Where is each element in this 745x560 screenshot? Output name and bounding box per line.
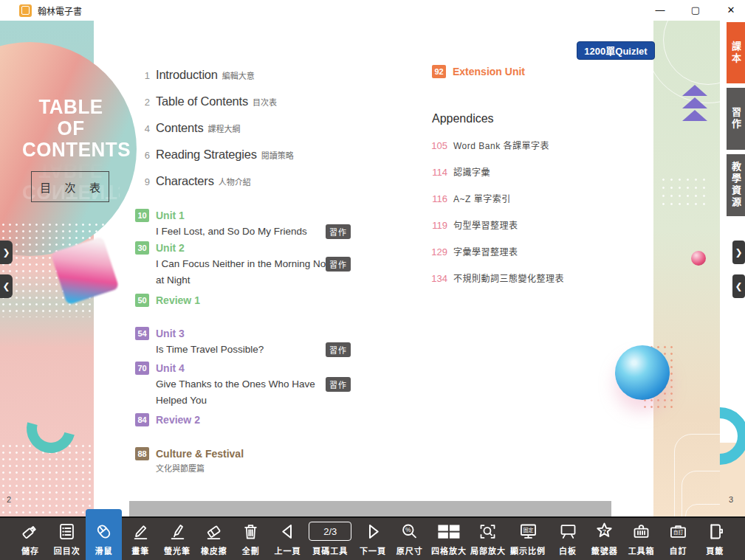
whiteboard-icon <box>549 518 586 545</box>
custom-button[interactable]: 自訂 自訂 <box>660 518 697 560</box>
back-to-toc-button[interactable]: 回目次 <box>49 518 86 560</box>
toc-review-1[interactable]: 50 Review 1 <box>135 294 351 307</box>
whiteboard-button[interactable]: 白板 <box>549 518 586 560</box>
toc-row-contents[interactable]: 4 Contents 課程大綱 <box>135 121 379 137</box>
svg-text:自訂: 自訂 <box>673 528 684 535</box>
monitor-icon: 固定 <box>507 518 549 545</box>
left-panel-collapse-arrow[interactable]: ❮ <box>0 274 13 298</box>
svg-text:%: % <box>405 526 411 533</box>
page-tab-button[interactable]: 頁籤 <box>696 518 733 560</box>
hero-subtitle-box: 目 次 表 <box>31 171 109 202</box>
toolbox-icon <box>623 518 660 545</box>
right-panel-collapse-arrow[interactable]: ❮ <box>732 274 745 298</box>
eraser-icon <box>196 518 233 545</box>
number-picker-button[interactable]: 7 籤號器 <box>586 518 623 560</box>
toc-row-introduction[interactable]: 1 Introduction 編輯大意 <box>135 68 379 84</box>
triangle-decoration <box>682 85 707 96</box>
previous-page-button[interactable]: 上一頁 <box>269 518 306 560</box>
quad-zoom-button[interactable]: 四格放大 <box>428 518 470 560</box>
app-title: 翰林電子書 <box>38 4 82 17</box>
toc-row-characters[interactable]: 9 Characters 人物介紹 <box>135 174 379 190</box>
area-magnifier-icon <box>470 518 507 545</box>
app-logo-icon <box>19 4 32 17</box>
pencil-icon <box>122 518 159 545</box>
appendices-heading: Appendices <box>432 112 494 125</box>
highlighter-icon <box>159 518 196 545</box>
toc-extension-unit[interactable]: 92 Extension Unit <box>432 65 617 78</box>
mouse-icon <box>86 518 123 545</box>
workbook-badge[interactable]: 習作 <box>326 342 351 357</box>
workbook-badge[interactable]: 習作 <box>326 224 351 239</box>
quad-grid-icon <box>428 518 470 545</box>
page-number-box[interactable]: 2/3 <box>309 522 351 541</box>
appendix-row-vocabulary[interactable]: 114 認識字彙 <box>428 165 649 178</box>
usb-save-icon <box>12 518 49 545</box>
original-size-button[interactable]: % 原尺寸 <box>391 518 428 560</box>
display-ratio-button[interactable]: 固定 顯示比例 <box>507 518 549 560</box>
bottom-toolbar: 儲存 回目次 滑鼠 畫筆 螢光筆 <box>0 516 745 560</box>
toc-review-2[interactable]: 84 Review 2 <box>135 413 351 426</box>
star-number-icon: 7 <box>586 518 623 545</box>
briefcase-icon: 自訂 <box>660 518 697 545</box>
workbook-badge[interactable]: 習作 <box>326 377 351 392</box>
save-button[interactable]: 儲存 <box>12 518 49 560</box>
right-panel-expand-arrow[interactable]: ❯ <box>732 241 745 264</box>
toc-unit-1[interactable]: 10 Unit 1 I Feel Lost, and So Do My Frie… <box>135 209 351 240</box>
page-number-right: 3 <box>729 495 733 504</box>
pen-tool-button[interactable]: 畫筆 <box>122 518 159 560</box>
partial-zoom-button[interactable]: 局部放大 <box>470 518 507 560</box>
delete-all-button[interactable]: 全刪 <box>233 518 269 560</box>
appendix-row-az-index[interactable]: 116 A~Z 單字索引 <box>428 192 649 204</box>
pink-ball-decoration <box>691 251 706 266</box>
blue-sphere-decoration <box>615 345 670 400</box>
tab-teaching-resources[interactable]: 教學資源 <box>727 154 745 216</box>
toc-unit-4[interactable]: 70 Unit 4 Give Thanks to the Ones Who Ha… <box>135 362 351 409</box>
mouse-tool-button[interactable]: 滑鼠 <box>86 518 123 560</box>
dot-pattern <box>0 443 94 514</box>
next-triangle-icon <box>354 518 391 545</box>
title-bar: 翰林電子書 — ▢ ✕ <box>0 0 745 21</box>
tab-textbook[interactable]: 課本 <box>727 22 745 83</box>
prev-triangle-icon <box>269 518 306 545</box>
page-number-left: 2 <box>7 495 11 504</box>
appendix-row-irregular-verbs[interactable]: 134 不規則動詞三態變化整理表 <box>428 272 649 284</box>
next-page-button[interactable]: 下一頁 <box>354 518 391 560</box>
appendix-row-vocab-review[interactable]: 129 字彙學習整理表 <box>428 245 649 257</box>
percent-magnifier-icon: % <box>391 518 428 545</box>
trash-icon <box>233 518 269 545</box>
svg-text:固定: 固定 <box>523 526 533 533</box>
appendix-row-word-bank[interactable]: 105 Word Bank 各課單字表 <box>428 139 649 151</box>
highlighter-tool-button[interactable]: 螢光筆 <box>159 518 196 560</box>
workbook-badge[interactable]: 習作 <box>326 257 351 272</box>
toc-unit-2[interactable]: 30 Unit 2 I Can Focus Neither in the Mor… <box>135 241 351 288</box>
svg-text:7: 7 <box>602 527 606 535</box>
triangle-decoration <box>682 97 707 108</box>
page-number-tool[interactable]: 2/3 頁碼工具 <box>306 518 354 560</box>
appendix-row-sentence-patterns[interactable]: 119 句型學習整理表 <box>428 218 649 231</box>
dot-pattern <box>659 176 705 207</box>
horizontal-scrollbar-thumb[interactable] <box>129 501 611 516</box>
toc-list-icon <box>49 518 86 545</box>
toc-row-reading-strategies[interactable]: 6 Reading Strategies 閱讀策略 <box>135 148 379 164</box>
toc-culture-festival[interactable]: 88 Culture & Festival 文化與節慶篇 <box>135 447 351 475</box>
eraser-tool-button[interactable]: 橡皮擦 <box>196 518 233 560</box>
toc-unit-3[interactable]: 54 Unit 3 Is Time Travel Possible? 習作 <box>135 327 351 358</box>
page-tab-icon <box>696 518 733 545</box>
left-panel-expand-arrow[interactable]: ❯ <box>0 241 13 264</box>
tab-workbook[interactable]: 習作 <box>727 88 745 150</box>
maximize-button[interactable]: ▢ <box>687 0 704 21</box>
quizlet-button[interactable]: 1200單Quizlet <box>577 41 655 60</box>
close-button[interactable]: ✕ <box>723 0 739 21</box>
toc-row-table-of-contents[interactable]: 2 Table of Contents 目次表 <box>135 94 379 111</box>
toolbox-button[interactable]: 工具箱 <box>623 518 660 560</box>
minimize-button[interactable]: — <box>652 0 668 21</box>
triangle-decoration <box>682 110 707 121</box>
